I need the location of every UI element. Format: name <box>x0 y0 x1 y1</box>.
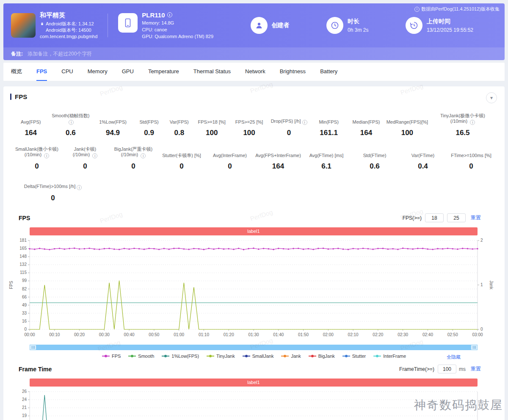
tab-memory[interactable]: Memory <box>88 63 108 81</box>
stat-value: 0.6 <box>351 162 399 171</box>
stat-label: MedRange(FPS)[%] <box>384 113 430 125</box>
svg-text:00:40: 00:40 <box>124 332 135 337</box>
stat-value: 0 <box>447 162 495 171</box>
stat-value: 0.6 <box>49 129 93 137</box>
fps-chart-title: FPS <box>19 215 30 221</box>
tab-battery[interactable]: Battery <box>320 63 337 81</box>
frametime-chart-header: Frame Time FrameTime(>=) ms 重置 <box>3 365 505 373</box>
legend-item-smooth[interactable]: Smooth <box>128 354 154 359</box>
stat-delta-ftime-100ms-h: Delta(FTime)>100ms [/h]i0 <box>13 178 93 202</box>
info-icon[interactable]: i <box>470 120 475 125</box>
fps-chart: 1811651481321159982664933160210JankFPS00… <box>3 236 505 342</box>
scrollbar-right-handle[interactable] <box>471 345 478 350</box>
note-bar[interactable]: 备注: 添加备注，不超过200个字符 <box>3 47 505 60</box>
tab-temperature[interactable]: Temperature <box>148 63 179 81</box>
device-info-icon[interactable]: i <box>167 12 172 17</box>
scrollbar-track[interactable] <box>36 345 471 350</box>
fps-reset-link[interactable]: 重置 <box>471 214 481 221</box>
svg-text:00:20: 00:20 <box>74 332 85 337</box>
frametime-threshold-label: FrameTime(>=) <box>399 366 434 372</box>
tab-gpu[interactable]: GPU <box>122 63 134 81</box>
stat-fps-25-%: FPS>=25 [%]100 <box>230 113 268 137</box>
clock-icon <box>326 17 343 34</box>
stat-avg-fps-interframe: Avg(FPS+InterFrame)164 <box>254 146 302 171</box>
svg-text:16: 16 <box>22 319 27 323</box>
legend-item-jank[interactable]: Jank <box>281 354 301 359</box>
info-icon[interactable]: i <box>302 120 307 125</box>
svg-text:02:20: 02:20 <box>373 332 383 337</box>
package-name: com.tencent.tmgp.pubgmhd <box>40 33 97 40</box>
stat-label: 1%Low(FPS) <box>92 113 133 125</box>
duration-label: 时长 <box>348 18 368 25</box>
svg-text:2: 2 <box>480 238 483 243</box>
svg-text:181: 181 <box>19 238 27 243</box>
stat-median-fps: Median(FPS)164 <box>348 113 384 137</box>
svg-text:01:00: 01:00 <box>174 332 184 337</box>
legend-item-1%low-fps[interactable]: 1%Low(FPS) <box>162 354 199 359</box>
stat-value: 100 <box>384 129 430 137</box>
fps-threshold-input-2[interactable] <box>447 213 466 222</box>
chart-scrollbar[interactable] <box>30 345 478 350</box>
stat-label: FPS>=18 [%] <box>193 113 230 125</box>
stat-label: Smooth(稳帧指数)i <box>49 113 93 125</box>
device-cpu: CPU: canoe <box>142 26 213 33</box>
stat-min-fps: Min(FPS)161.1 <box>309 113 348 137</box>
svg-text:49: 49 <box>22 303 27 307</box>
stat-value: 161.1 <box>309 129 348 137</box>
svg-text:00:10: 00:10 <box>49 332 60 337</box>
frametime-reset-link[interactable]: 重置 <box>471 365 481 373</box>
stat-value: 94.9 <box>92 129 133 137</box>
stat-label: Delta(FTime)>100ms [/h]i <box>13 178 93 190</box>
tab-fps[interactable]: FPS <box>36 63 47 81</box>
legend-item-fps[interactable]: FPS <box>102 354 121 359</box>
fps-legend: FPSSmooth1%Low(FPS)TinyJankSmallJankJank… <box>3 354 505 361</box>
stat-smalljank: SmallJank(微小卡顿)(/10min) i0 <box>13 146 61 171</box>
collapse-button[interactable]: ▾ <box>486 92 497 103</box>
tab-overview[interactable]: 概览 <box>11 63 22 81</box>
frametime-unit: ms <box>459 366 466 372</box>
svg-text:165: 165 <box>19 246 27 251</box>
stat-value: 0.9 <box>133 129 165 137</box>
legend-item-tinyjank[interactable]: TinyJank <box>207 354 235 359</box>
stat-label: Min(FPS) <box>309 113 348 125</box>
legend-item-stutter[interactable]: Stutter <box>342 354 366 359</box>
info-icon[interactable]: i <box>44 153 49 158</box>
tab-network[interactable]: Network <box>245 63 265 81</box>
svg-text:115: 115 <box>20 270 27 275</box>
scrollbar-left-handle[interactable] <box>30 345 36 350</box>
svg-text:82: 82 <box>22 287 27 291</box>
stat-label: Var(FTime) <box>399 146 447 158</box>
stat-label: Jank(卡顿)(/10min) i <box>61 146 109 158</box>
stat-avg-ftime-ms: Avg(FTime) [ms]6.1 <box>302 146 351 171</box>
note-placeholder: 添加备注，不超过200个字符 <box>28 51 92 57</box>
info-icon[interactable]: i <box>92 153 97 158</box>
frametime-threshold-input[interactable] <box>438 365 456 373</box>
svg-text:148: 148 <box>19 254 27 259</box>
legend-item-bigjank[interactable]: BigJank <box>309 354 335 359</box>
svg-text:02:00: 02:00 <box>323 332 334 337</box>
fps-threshold-input-1[interactable] <box>425 213 444 222</box>
svg-text:21: 21 <box>22 405 27 410</box>
stat-avg-fps: Avg(FPS)164 <box>13 113 49 137</box>
svg-text:24: 24 <box>22 397 27 402</box>
svg-text:01:10: 01:10 <box>199 332 209 337</box>
info-icon: i <box>414 7 420 12</box>
legend-item-smalljank[interactable]: SmallJank <box>243 354 274 359</box>
stat-fps-18-%: FPS>=18 [%]100 <box>193 113 230 137</box>
upload-label: 上传时间 <box>427 18 473 25</box>
tab-thermal-status[interactable]: Thermal Status <box>193 63 231 81</box>
hide-all-link[interactable]: 全隐藏 <box>447 354 461 360</box>
game-title: 和平精英 <box>40 11 97 19</box>
legend-item-interframe[interactable]: InterFrame <box>373 354 406 359</box>
info-icon[interactable]: i <box>141 153 146 158</box>
fps-chart-banner: label1 <box>30 227 478 235</box>
tab-cpu[interactable]: CPU <box>61 63 73 81</box>
tab-brightness[interactable]: Brightness <box>280 63 306 81</box>
stat-label: Stutter(卡顿率) [%] <box>157 146 206 158</box>
svg-text:00:50: 00:50 <box>149 332 159 337</box>
info-icon[interactable]: i <box>77 185 82 190</box>
game-icon <box>11 13 36 38</box>
stat-drop-fps-h: Drop(FPS) [/h]i0 <box>268 113 309 137</box>
info-icon[interactable]: i <box>69 120 74 125</box>
stat-avg-interframe: Avg(InterFrame)0 <box>206 146 254 171</box>
